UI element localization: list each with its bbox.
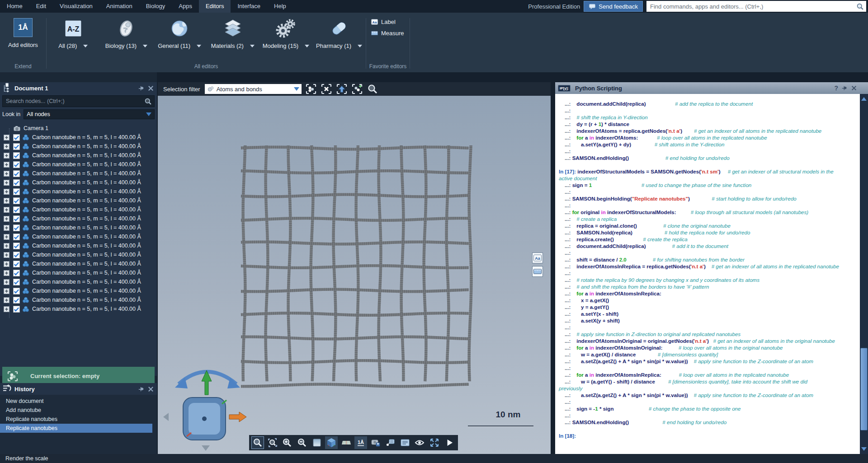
tree-item-nanotube[interactable]: Carbon nanotube n = 5, m = 5, l = 400.00… xyxy=(0,169,157,178)
tree-item-nanotube[interactable]: Carbon nanotube n = 5, m = 5, l = 400.00… xyxy=(0,241,157,250)
expand-plus-icon[interactable] xyxy=(4,198,9,204)
chevron-down-icon[interactable] xyxy=(305,45,309,47)
chevron-down-icon[interactable] xyxy=(197,45,201,47)
visibility-checkbox[interactable] xyxy=(13,170,20,177)
editor-category-materials-2[interactable]: Materials (2) xyxy=(208,18,258,49)
background-button[interactable] xyxy=(311,436,323,449)
search-icon[interactable] xyxy=(856,3,864,10)
visibility-checkbox[interactable] xyxy=(13,297,20,304)
expand-plus-icon[interactable] xyxy=(4,180,9,186)
command-search[interactable] xyxy=(646,1,866,12)
zoom-selection-button[interactable] xyxy=(367,83,378,95)
tree-item-nanotube[interactable]: Carbon nanotube n = 5, m = 5, l = 400.00… xyxy=(0,304,157,313)
expand-plus-icon[interactable] xyxy=(4,171,9,177)
navigation-gizmo[interactable] xyxy=(161,357,252,453)
send-feedback-button[interactable]: Send feedback xyxy=(584,1,643,12)
tree-item-nanotube[interactable]: Carbon nanotube n = 5, m = 5, l = 400.00… xyxy=(0,277,157,286)
chevron-down-icon[interactable] xyxy=(358,45,362,47)
visibility-checkbox[interactable] xyxy=(13,134,20,141)
editor-category-biology-13[interactable]: Biology (13) xyxy=(101,18,151,49)
select-up-button[interactable] xyxy=(336,83,348,95)
deselect-all-button[interactable] xyxy=(321,83,332,95)
add-editors-button[interactable]: Add editors xyxy=(8,42,38,48)
expand-plus-icon[interactable] xyxy=(4,297,9,303)
pan-down-arrow-icon[interactable] xyxy=(202,445,210,451)
pin-icon[interactable] xyxy=(841,85,848,91)
history-item-new-document-0[interactable]: New document xyxy=(0,397,157,406)
fit-view-button[interactable] xyxy=(428,436,441,449)
visibility-checkbox[interactable] xyxy=(13,252,20,258)
menu-item-edit[interactable]: Edit xyxy=(29,0,53,13)
viewport-3d[interactable]: Selection filter Atoms and bonds xyxy=(158,82,551,454)
visibility-checkbox[interactable] xyxy=(13,224,20,231)
tree-item-nanotube[interactable]: Carbon nanotube n = 5, m = 5, l = 400.00… xyxy=(0,295,157,304)
node-search-input[interactable] xyxy=(3,98,144,104)
scroll-up-button[interactable] xyxy=(860,95,868,103)
visibility-checkbox[interactable] xyxy=(13,288,20,295)
visibility-checkbox[interactable] xyxy=(13,306,20,313)
visibility-checkbox[interactable] xyxy=(13,270,20,276)
expand-plus-icon[interactable] xyxy=(4,162,9,168)
expand-plus-icon[interactable] xyxy=(4,279,9,285)
menu-item-interface[interactable]: Interface xyxy=(231,0,267,13)
python-scrollbar[interactable] xyxy=(860,94,868,454)
visibility-checkbox[interactable] xyxy=(13,197,20,204)
close-icon[interactable] xyxy=(147,386,154,393)
expand-plus-icon[interactable] xyxy=(4,144,9,150)
editor-category-all-28[interactable]: A-ZAll (28) xyxy=(48,18,99,49)
visibility-checkbox[interactable] xyxy=(13,206,20,213)
visibility-checkbox[interactable] xyxy=(13,234,20,240)
history-item-replicate-nanotubes-2[interactable]: Replicate nanotubes xyxy=(0,415,157,424)
expand-plus-icon[interactable] xyxy=(4,270,9,276)
menu-item-help[interactable]: Help xyxy=(267,0,293,13)
visibility-checkbox[interactable] xyxy=(13,279,20,285)
tree-item-nanotube[interactable]: Carbon nanotube n = 5, m = 5, l = 400.00… xyxy=(0,214,157,223)
look-in-dropdown[interactable]: All nodes xyxy=(24,109,155,119)
measure-editor-button[interactable] xyxy=(532,266,543,277)
tree-item-nanotube[interactable]: Carbon nanotube n = 5, m = 5, l = 400.00… xyxy=(0,142,157,151)
tree-item-nanotube[interactable]: Carbon nanotube n = 5, m = 5, l = 400.00… xyxy=(0,232,157,241)
search-icon[interactable] xyxy=(144,98,152,105)
favorite-editor-label[interactable]: AaLabel xyxy=(371,18,396,26)
tree-item-nanotube[interactable]: Carbon nanotube n = 5, m = 5, l = 400.00… xyxy=(0,133,157,142)
expand-plus-icon[interactable] xyxy=(4,153,9,159)
visibility-checkbox[interactable] xyxy=(13,161,20,168)
editor-category-general-11[interactable]: General (11) xyxy=(154,18,205,49)
expand-plus-icon[interactable] xyxy=(4,261,9,267)
editor-category-modeling-15[interactable]: Modeling (15) xyxy=(260,18,311,49)
editor-category-pharmacy-1[interactable]: Pharmacy (1) xyxy=(314,18,364,49)
scale-1A-button[interactable]: 1Å xyxy=(354,436,367,449)
expand-plus-icon[interactable] xyxy=(4,207,9,213)
tree-item-nanotube[interactable]: Carbon nanotube n = 5, m = 5, l = 400.00… xyxy=(0,205,157,214)
visibility-checkbox[interactable] xyxy=(13,243,20,249)
menu-item-editors[interactable]: Editors xyxy=(199,0,231,13)
menu-item-home[interactable]: Home xyxy=(0,0,29,13)
expand-plus-icon[interactable] xyxy=(4,216,9,222)
menu-item-animation[interactable]: Animation xyxy=(99,0,139,13)
chevron-down-icon[interactable] xyxy=(83,45,88,47)
zoom-region-button[interactable] xyxy=(266,436,279,449)
tree-item-nanotube[interactable]: Carbon nanotube n = 5, m = 5, l = 400.00… xyxy=(0,151,157,160)
tree-item-nanotube[interactable]: Carbon nanotube n = 5, m = 5, l = 400.00… xyxy=(0,250,157,259)
node-search[interactable] xyxy=(2,95,155,107)
expand-plus-icon[interactable] xyxy=(4,234,9,240)
tree-item-nanotube[interactable]: Carbon nanotube n = 5, m = 5, l = 400.00… xyxy=(0,268,157,277)
expand-plus-icon[interactable] xyxy=(4,306,9,312)
expand-plus-icon[interactable] xyxy=(4,252,9,258)
tree-item-camera[interactable]: Camera 1 xyxy=(0,124,157,133)
scrollbar-thumb[interactable] xyxy=(860,348,868,430)
close-icon[interactable] xyxy=(851,85,857,91)
pan-left-arrow-icon[interactable] xyxy=(163,413,169,421)
annotation-button[interactable] xyxy=(384,436,396,449)
help-icon[interactable]: ? xyxy=(834,84,838,92)
tree-item-nanotube[interactable]: Carbon nanotube n = 5, m = 5, l = 400.00… xyxy=(0,187,157,196)
visibility-checkbox[interactable] xyxy=(13,261,20,267)
visibility-checkbox[interactable] xyxy=(13,152,20,159)
move-right-arrow-icon[interactable] xyxy=(229,412,246,422)
tree-item-nanotube[interactable]: Carbon nanotube n = 5, m = 5, l = 400.00… xyxy=(0,160,157,169)
expand-plus-icon[interactable] xyxy=(4,243,9,249)
visibility-checkbox[interactable] xyxy=(13,179,20,186)
expand-plus-icon[interactable] xyxy=(4,225,9,231)
play-button[interactable] xyxy=(443,436,456,449)
history-item-replicate-nanotubes-3[interactable]: Replicate nanotubes xyxy=(0,424,152,433)
